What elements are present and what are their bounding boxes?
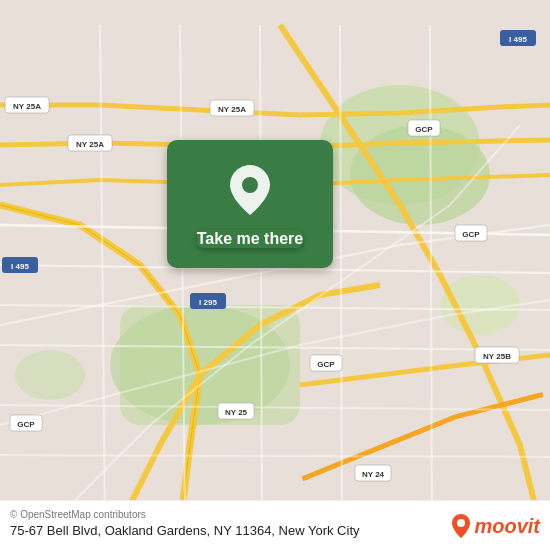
svg-text:I 295: I 295 — [199, 298, 217, 307]
svg-text:NY 25B: NY 25B — [483, 352, 511, 361]
svg-text:I 495: I 495 — [11, 262, 29, 271]
svg-point-34 — [457, 519, 465, 527]
svg-text:GCP: GCP — [415, 125, 433, 134]
svg-text:NY 25A: NY 25A — [218, 105, 246, 114]
location-pin-icon — [225, 160, 275, 220]
address-text: 75-67 Bell Blvd, Oakland Gardens, NY 113… — [10, 523, 360, 540]
moovit-logo: moovit — [452, 514, 540, 538]
svg-rect-0 — [0, 25, 550, 525]
svg-text:GCP: GCP — [462, 230, 480, 239]
svg-text:GCP: GCP — [317, 360, 335, 369]
svg-text:NY 24: NY 24 — [362, 470, 385, 479]
svg-text:NY 25: NY 25 — [225, 408, 248, 417]
svg-text:NY 25A: NY 25A — [13, 102, 41, 111]
svg-point-33 — [242, 177, 258, 193]
svg-text:NY 25A: NY 25A — [76, 140, 104, 149]
take-me-there-button[interactable]: Take me there — [197, 230, 303, 248]
cta-container: Take me there — [130, 140, 370, 268]
cta-card: Take me there — [167, 140, 333, 268]
map-container: NY 25A NY 25A NY 25A I 495 I 495 I 295 G… — [0, 0, 550, 550]
moovit-pin-icon — [452, 514, 470, 538]
moovit-brand-text: moovit — [474, 515, 540, 538]
svg-text:GCP: GCP — [17, 420, 35, 429]
svg-text:I 495: I 495 — [509, 35, 527, 44]
svg-point-6 — [15, 350, 85, 400]
info-bar: © OpenStreetMap contributors 75-67 Bell … — [0, 500, 550, 550]
map-background: NY 25A NY 25A NY 25A I 495 I 495 I 295 G… — [0, 0, 550, 550]
